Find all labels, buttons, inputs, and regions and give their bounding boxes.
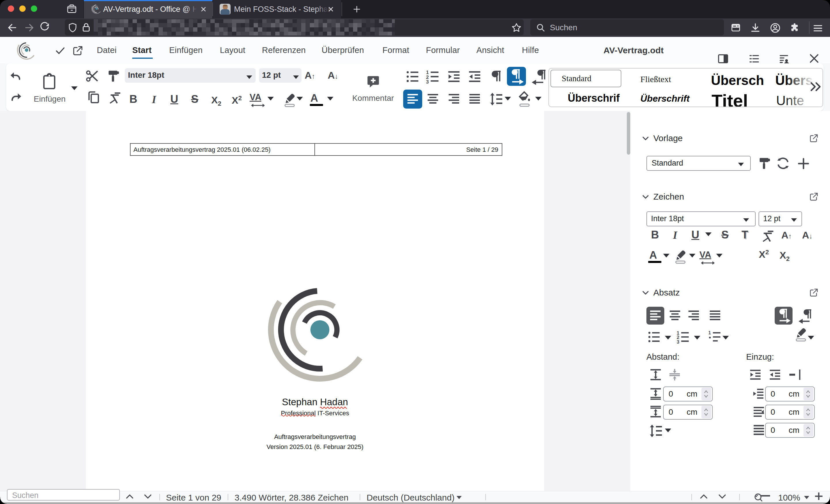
svg-text:3: 3 bbox=[426, 79, 429, 84]
svg-text:3: 3 bbox=[677, 339, 679, 344]
svg-text:1: 1 bbox=[708, 330, 711, 335]
